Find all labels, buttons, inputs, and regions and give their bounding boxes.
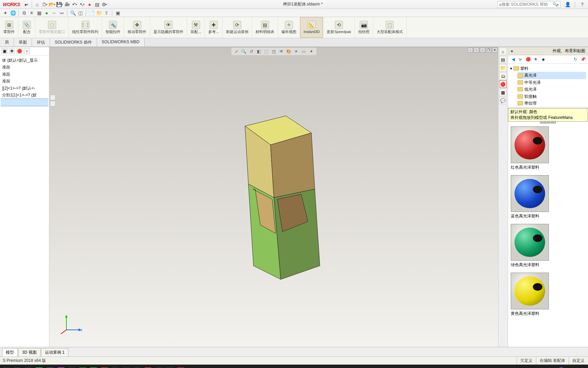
panel-resize-grip[interactable] (540, 121, 556, 124)
hide-show-icon[interactable]: 👁 (278, 48, 284, 55)
tree-node-soft-touch[interactable]: 软接触 (524, 93, 537, 100)
appearance-tree[interactable]: ▾塑料 高光泽 中等光泽 低光泽 软接触 带纹理 (508, 64, 588, 108)
tree-row[interactable]: 准面 (1, 71, 48, 78)
doc-icon[interactable]: 📄 (88, 10, 95, 16)
fm-tab-display-icon[interactable]: 🔴 (16, 48, 22, 54)
tree-row[interactable]: ][2]<1>->? (默认<- (1, 85, 48, 92)
pin-icon[interactable]: 📌 (580, 56, 586, 62)
section-view-icon[interactable]: ◧ (256, 48, 262, 55)
ribbon-reference[interactable]: ✚参考... (205, 17, 223, 38)
ribbon-show-hidden[interactable]: 👁显示隐藏的零部件 (150, 17, 187, 38)
print-icon[interactable]: 🖶 (63, 1, 71, 8)
panel-collapse-icon[interactable]: « (511, 49, 513, 53)
swatch-blue[interactable]: 蓝色高光泽塑料 (511, 175, 585, 219)
decal-icon[interactable]: ◈ (540, 56, 546, 62)
ribbon-bom[interactable]: ▤材料明细表 (252, 17, 278, 38)
section-icon[interactable]: ◫ (77, 10, 84, 16)
settings-icon[interactable]: ⚙ (101, 1, 108, 8)
fm-tab-feature-icon[interactable]: ▣ (1, 48, 7, 54)
open-icon[interactable]: 📂 (48, 1, 56, 8)
ribbon-linear-pattern[interactable]: ⋮⋮线性零部件阵列 (69, 17, 102, 38)
viewport-restore-icon[interactable]: ❐ (486, 48, 491, 52)
save-icon[interactable]: 💾 (56, 1, 63, 8)
bottom-tab-3dview[interactable]: 3D 视图 (18, 348, 40, 356)
viewport-min-icon[interactable]: – (480, 48, 485, 52)
taskpane-properties-icon[interactable]: ▦ (499, 89, 507, 96)
back-icon[interactable]: ◀ (510, 56, 516, 62)
viewport-split-icon[interactable]: ▫ (468, 48, 473, 52)
tree-node-high-gloss[interactable]: 高光泽 (524, 72, 537, 79)
status-custom[interactable]: 自定义 (569, 357, 588, 365)
view-triad[interactable]: z (60, 313, 83, 337)
tree-node-medium-gloss[interactable]: 中等光泽 (524, 79, 541, 86)
refresh-icon[interactable]: ↻ (572, 56, 578, 62)
taskpane-forum-icon[interactable]: 💬 (499, 97, 507, 104)
new-icon[interactable]: 🗋 (41, 1, 48, 8)
ribbon-new-motion[interactable]: ⟳新建运动算例 (223, 17, 252, 38)
render-icon[interactable]: ✦ (308, 48, 314, 55)
edit-appearance-icon[interactable]: 🎨 (286, 48, 292, 55)
tree-row[interactable]: 体 (默认<默认_显示 (1, 57, 48, 64)
help-search[interactable]: ⌕ 🔍 (497, 1, 560, 8)
logo-menu[interactable]: ▸ (23, 1, 30, 8)
tab-layout[interactable]: 局 (0, 38, 14, 47)
rebuild-icon[interactable]: ● (86, 1, 93, 8)
search-input[interactable] (502, 2, 553, 7)
fm-tab-expand-icon[interactable]: › (24, 48, 30, 54)
swatch-yellow[interactable]: 黄色高光泽塑料 (511, 273, 585, 317)
search-dropdown-icon[interactable]: 🔍 (553, 2, 559, 7)
zoom-icon[interactable]: 🔍 (69, 10, 76, 16)
taskpane-home-icon[interactable]: ⌂ (499, 48, 507, 55)
tab-addins[interactable]: SOLIDWORKS 插件 (50, 38, 97, 47)
viewport-close-icon[interactable]: ✕ (492, 48, 497, 52)
user-icon[interactable]: 👤 (564, 1, 571, 8)
prev-view-icon[interactable]: ↺ (248, 48, 255, 55)
fm-tab-config-icon[interactable]: ✥ (9, 48, 15, 54)
scene-icon[interactable]: ☀ (293, 48, 299, 55)
ribbon-insert-component[interactable]: ⊞零部件 (0, 17, 18, 38)
ribbon-mate[interactable]: 📎配合 (18, 17, 35, 38)
tab-sketch[interactable]: 草图 (14, 38, 32, 47)
options-icon[interactable]: ▤ (93, 1, 101, 8)
display-style-icon[interactable]: ◳ (271, 48, 277, 55)
help-icon[interactable]: ? (578, 1, 586, 8)
tree-node-plastic[interactable]: 塑料 (520, 65, 528, 72)
ribbon-snapshot[interactable]: 📷拍快照 (355, 17, 373, 38)
export-icon[interactable]: ⇪ (103, 10, 110, 16)
tab-mbd[interactable]: SOLIDWORKS MBD (97, 38, 145, 47)
scene-small-icon[interactable]: ☀ (533, 56, 539, 62)
tree-node-low-gloss[interactable]: 低光泽 (524, 86, 537, 93)
grid-icon[interactable]: ▦ (36, 10, 43, 16)
ribbon-smart-fasteners[interactable]: 🔩智能扣件 (102, 17, 124, 38)
appearance-ball-icon[interactable]: 🔴 (525, 56, 531, 62)
view-settings-icon[interactable]: ▭ (301, 48, 307, 55)
sheet-icon[interactable]: ▣ (114, 10, 121, 16)
zoom-area-icon[interactable]: 🔍 (241, 48, 247, 55)
ribbon-exploded-view[interactable]: ✧爆炸视图 (278, 17, 300, 38)
feature-tree[interactable]: 体 (默认<默认_显示 准面 准面 准面 ][2]<1>->? (默认<- 分割… (0, 56, 49, 108)
tree-node-textured[interactable]: 带纹理 (524, 100, 537, 107)
tree-row[interactable]: 准面 (1, 78, 48, 85)
link-icon[interactable]: ⫘ (58, 10, 65, 16)
globe-icon[interactable]: 🌐 (10, 10, 16, 16)
ribbon-assembly-features[interactable]: ⚒装配... (187, 17, 205, 38)
ribbon-move-component[interactable]: ✥移动零部件 (124, 17, 150, 38)
taskpane-resources-icon[interactable]: ▤ (499, 56, 507, 63)
measure-icon[interactable]: ↔ (51, 10, 58, 16)
taskpane-appearances-icon[interactable]: 🔴 (499, 80, 507, 88)
taskpane-file-explorer-icon[interactable]: 🗂 (499, 72, 507, 80)
undo-icon[interactable]: ↶ (71, 1, 78, 8)
ctx-icon[interactable] (50, 95, 55, 100)
swatch-green[interactable]: 绿色高光泽塑料 (511, 224, 585, 268)
tool-icon[interactable]: ✦ (2, 10, 9, 16)
viewport-max-icon[interactable]: ▫ (474, 48, 479, 52)
tab-evaluate[interactable]: 评估 (32, 38, 50, 47)
ribbon-speedpak[interactable]: ⟲更新Speedpak (323, 17, 355, 38)
ctx-icon[interactable] (50, 101, 55, 106)
folder-icon[interactable]: 📁 (96, 10, 102, 16)
taskpane-design-lib-icon[interactable]: 📁 (499, 64, 507, 72)
fwd-icon[interactable]: ▶ (518, 56, 524, 62)
tree-row[interactable]: 分割1[1]<1>->? (默 (1, 92, 48, 98)
zoom-fit-icon[interactable]: ⤢ (233, 48, 240, 55)
ribbon-large-assembly[interactable]: ⬚大型装配体模式 (373, 17, 407, 38)
